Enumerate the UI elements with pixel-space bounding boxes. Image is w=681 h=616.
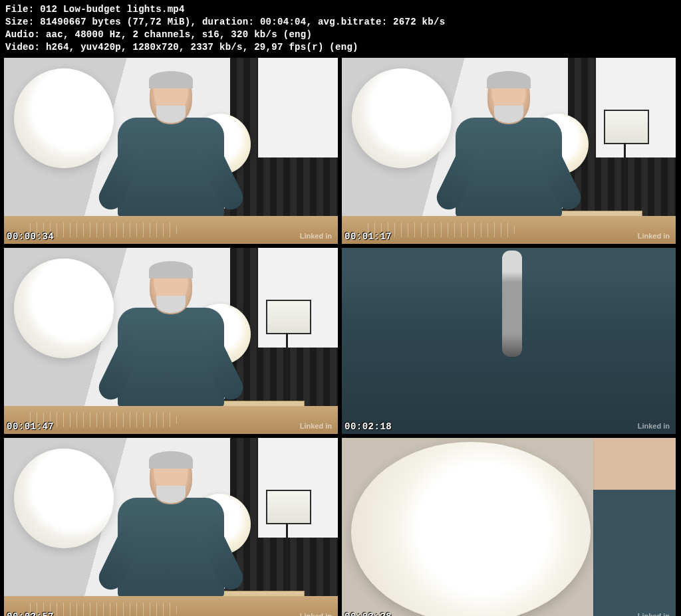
bitrate-value: 2672 kb/s — [393, 17, 445, 27]
frame-scene — [4, 438, 338, 616]
size-label: Size: — [5, 17, 35, 27]
diffuser-panel — [258, 58, 338, 157]
timestamp-overlay: 00:02:57 — [7, 611, 54, 616]
media-info-header: File: 012 Low-budget lights.mp4 Size: 81… — [0, 0, 681, 56]
linkedin-watermark: Linked in — [636, 231, 672, 241]
light-stand — [286, 333, 288, 406]
bitrate-label: avg.bitrate: — [318, 17, 387, 27]
linkedin-watermark: Linked in — [636, 611, 672, 616]
video-row: Video: h264, yuv420p, 1280x720, 2337 kb/… — [5, 41, 676, 54]
thumbnail-frame[interactable]: 00:00:34 Linked in — [4, 58, 338, 244]
frame-scene — [342, 58, 676, 244]
linkedin-watermark: Linked in — [298, 231, 334, 241]
paper-lantern-icon — [352, 68, 452, 168]
timestamp-overlay: 00:01:47 — [7, 421, 54, 432]
size-mib: (77,72 MiB) — [127, 17, 191, 27]
size-bytes: 81490667 bytes — [40, 17, 121, 27]
led-panel-icon — [266, 490, 311, 524]
thumbnail-frame[interactable]: 00:01:17 Linked in — [342, 58, 676, 244]
light-stand — [624, 143, 626, 216]
paper-lantern-icon — [14, 68, 114, 168]
presenter-partial — [593, 438, 676, 616]
presenter-figure — [449, 72, 569, 219]
linkedin-watermark: Linked in — [636, 421, 672, 431]
audio-row: Audio: aac, 48000 Hz, 2 channels, s16, 3… — [5, 29, 676, 41]
timestamp-overlay: 00:02:18 — [344, 421, 392, 432]
thumbnail-frame[interactable]: 00:03:28 Linked in — [342, 438, 676, 616]
light-stand — [286, 523, 288, 596]
led-panel-icon — [266, 300, 311, 334]
linkedin-watermark: Linked in — [298, 421, 334, 431]
file-label: File: — [5, 4, 35, 15]
led-panel-icon — [604, 110, 649, 144]
paper-lantern-closeup — [351, 442, 591, 616]
timestamp-overlay: 00:00:34 — [7, 231, 54, 242]
duration-value: 00:04:04 — [260, 17, 307, 27]
linkedin-watermark: Linked in — [298, 611, 334, 616]
presenter-figure — [111, 262, 231, 409]
video-value: h264, yuv420p, 1280x720, 2337 kb/s, 29,9… — [46, 42, 358, 52]
thumbnail-grid: 00:00:34 Linked in 00:01:17 Linked in — [0, 56, 681, 616]
size-row: Size: 81490667 bytes (77,72 MiB), durati… — [5, 16, 676, 29]
timestamp-overlay: 00:03:28 — [344, 611, 392, 616]
audio-value: aac, 48000 Hz, 2 channels, s16, 320 kb/s… — [46, 29, 312, 40]
timestamp-overlay: 00:01:17 — [344, 231, 392, 242]
video-label: Video: — [5, 42, 40, 52]
paper-lantern-icon — [14, 258, 114, 358]
thumbnail-frame[interactable]: 00:02:18 Linked in — [342, 248, 676, 434]
thumbnail-frame[interactable]: 00:02:57 Linked in — [4, 438, 338, 616]
frame-scene — [4, 58, 338, 244]
frame-scene — [4, 248, 338, 434]
presenter-figure — [111, 72, 231, 219]
thumbnail-frame[interactable]: 00:01:47 Linked in — [4, 248, 338, 434]
presenter-figure — [111, 453, 231, 599]
file-row: File: 012 Low-budget lights.mp4 — [5, 3, 676, 16]
duration-label: duration: — [202, 17, 254, 27]
audio-label: Audio: — [5, 29, 40, 40]
file-value: 012 Low-budget lights.mp4 — [40, 4, 185, 15]
paper-lantern-icon — [14, 449, 114, 548]
lamp-clamp-closeup — [502, 251, 522, 357]
